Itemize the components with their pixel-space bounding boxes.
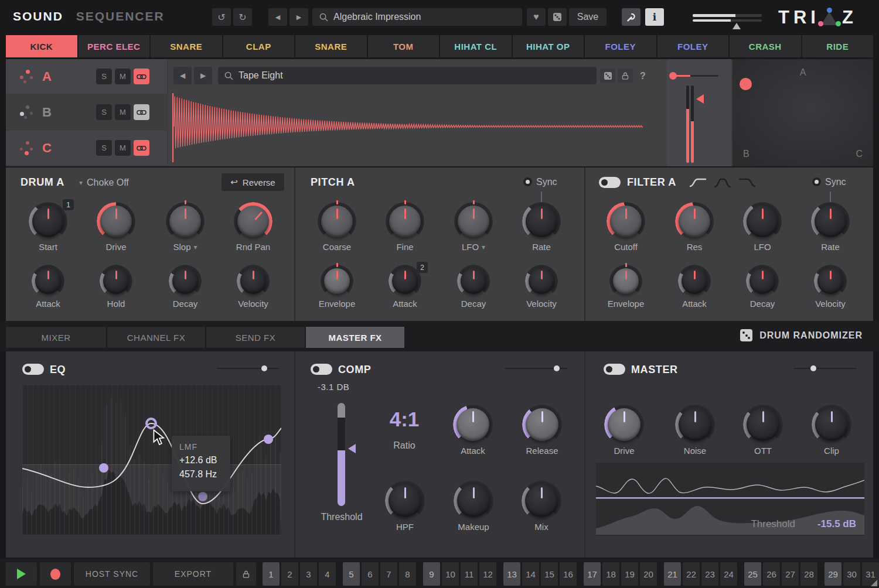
step-28[interactable]: 28	[800, 562, 817, 586]
filter-velocity-knob[interactable]	[817, 268, 844, 295]
master-ott-knob[interactable]	[746, 408, 780, 442]
layer-row-c[interactable]: C S M	[6, 131, 167, 165]
step-14[interactable]: 14	[522, 562, 539, 586]
comp-threshold-slider[interactable]	[338, 403, 345, 506]
tab-mixer[interactable]: MIXER	[6, 327, 106, 348]
step-8[interactable]: 8	[399, 562, 416, 586]
drive-knob[interactable]	[100, 205, 132, 238]
pad-tab-clap[interactable]: CLAP	[223, 35, 295, 57]
layer-a-solo-button[interactable]: S	[96, 69, 112, 84]
pad-tab-hihat-cl[interactable]: HIHAT CL	[440, 35, 512, 57]
prev-preset-button[interactable]: ◀	[268, 8, 287, 26]
amp-decay-knob[interactable]	[172, 268, 199, 295]
master-volume-fader[interactable]	[693, 13, 762, 28]
master-drive-knob[interactable]	[607, 408, 641, 442]
pitch-rate-knob[interactable]	[525, 205, 558, 238]
step-22[interactable]: 22	[683, 562, 700, 586]
info-button[interactable]: i	[645, 8, 664, 26]
master-mix-handle[interactable]	[810, 365, 816, 371]
step-18[interactable]: 18	[602, 562, 619, 586]
step-11[interactable]: 11	[461, 562, 478, 586]
pitch-lfo-knob[interactable]	[457, 205, 490, 238]
tab-master-fx[interactable]: MASTER FX	[306, 327, 404, 348]
step-12[interactable]: 12	[479, 562, 496, 586]
pad-tab-tom[interactable]: TOM	[368, 35, 440, 57]
comp-mix-slider[interactable]	[505, 368, 567, 369]
res-knob[interactable]	[678, 205, 711, 238]
comp-threshold-marker[interactable]	[348, 444, 356, 453]
pad-tab-crash[interactable]: CRASH	[730, 35, 801, 57]
filter-rate-knob[interactable]	[814, 205, 847, 238]
filter-sync-led[interactable]	[812, 177, 821, 186]
settings-button[interactable]	[622, 8, 640, 26]
sample-search-input[interactable]: Tape Eight	[218, 67, 597, 84]
start-knob[interactable]: 1	[32, 205, 64, 238]
drum-randomizer-button[interactable]: DRUM RANDOMIZER	[740, 329, 863, 341]
pitch-envelope-knob[interactable]	[323, 268, 350, 295]
step-21[interactable]: 21	[664, 562, 681, 586]
step-13[interactable]: 13	[503, 562, 520, 586]
master-noise-knob[interactable]	[678, 408, 712, 442]
layer-c-solo-button[interactable]: S	[96, 140, 112, 156]
save-button[interactable]: Save	[569, 8, 607, 26]
comp-hpf-knob[interactable]	[388, 484, 422, 518]
filter-decay-knob[interactable]	[749, 268, 776, 295]
fader-handle[interactable]	[732, 23, 741, 29]
bandpass-icon[interactable]	[713, 176, 732, 190]
step-17[interactable]: 17	[584, 562, 601, 586]
eq-band1-handle[interactable]	[99, 463, 108, 473]
pattern-lock-button[interactable]	[236, 562, 256, 586]
next-preset-button[interactable]: ▶	[289, 8, 308, 26]
master-clip-knob[interactable]	[815, 408, 849, 442]
master-threshold-line[interactable]	[596, 497, 864, 499]
tab-channel-fx[interactable]: CHANNEL FX	[107, 327, 205, 348]
step-4[interactable]: 4	[319, 562, 336, 586]
filter-lfo-knob[interactable]	[746, 205, 779, 238]
layer-c-mute-button[interactable]: M	[115, 140, 131, 156]
layer-b-solo-button[interactable]: S	[96, 104, 112, 120]
filter-attack-knob[interactable]	[681, 268, 708, 295]
step-6[interactable]: 6	[362, 562, 379, 586]
pitch-decay-knob[interactable]	[460, 268, 487, 295]
pitch-velocity-knob[interactable]	[528, 268, 555, 295]
comp-attack-knob[interactable]	[456, 408, 490, 442]
eq-band4-handle[interactable]	[264, 435, 273, 444]
fine-knob[interactable]	[389, 205, 421, 238]
layer-c-link-button[interactable]	[134, 140, 149, 156]
eq-graph[interactable]: LMF +12.6 dB 457.8 Hz	[22, 385, 281, 535]
pad-tab-foley-2[interactable]: FOLEY	[657, 35, 729, 57]
rnd-pan-knob[interactable]	[237, 205, 270, 238]
favorite-button[interactable]: ♥	[527, 8, 546, 26]
layer-b-mute-button[interactable]: M	[115, 104, 131, 120]
step-24[interactable]: 24	[720, 562, 737, 586]
layer-row-a[interactable]: A S M	[6, 59, 167, 94]
record-button[interactable]	[40, 562, 71, 586]
step-9[interactable]: 9	[423, 562, 440, 586]
pitch-attack-knob[interactable]: 2	[391, 268, 418, 295]
step-7[interactable]: 7	[380, 562, 397, 586]
coarse-knob[interactable]	[321, 205, 353, 238]
help-button[interactable]: ?	[635, 69, 650, 83]
master-threshold-graph[interactable]: Threshold -15.5 dB	[596, 463, 864, 536]
pad-tab-snare-2[interactable]: SNARE	[295, 35, 367, 57]
step-26[interactable]: 26	[763, 562, 780, 586]
layer-blend-xy-pad[interactable]: A B C	[732, 59, 873, 166]
step-16[interactable]: 16	[560, 562, 577, 586]
step-3[interactable]: 3	[300, 562, 317, 586]
amp-hold-knob[interactable]	[103, 268, 130, 295]
filter-envelope-knob[interactable]	[612, 268, 639, 295]
tab-sequencer[interactable]: SEQUENCER	[76, 9, 165, 23]
slop-knob[interactable]	[169, 205, 202, 238]
sample-waveform-display[interactable]	[170, 93, 665, 162]
eq-band3-handle[interactable]	[198, 492, 207, 501]
ratio-value[interactable]: 4:1	[372, 408, 437, 431]
layer-a-mute-button[interactable]: M	[115, 69, 131, 84]
step-29[interactable]: 29	[825, 562, 841, 586]
step-19[interactable]: 19	[621, 562, 638, 586]
step-20[interactable]: 20	[640, 562, 657, 586]
pad-tab-ride[interactable]: RIDE	[802, 35, 874, 57]
comp-mix-handle[interactable]	[554, 365, 560, 371]
play-button[interactable]	[6, 562, 37, 586]
pad-tab-perc-elec[interactable]: PERC ELEC	[79, 35, 150, 57]
step-5[interactable]: 5	[343, 562, 360, 586]
